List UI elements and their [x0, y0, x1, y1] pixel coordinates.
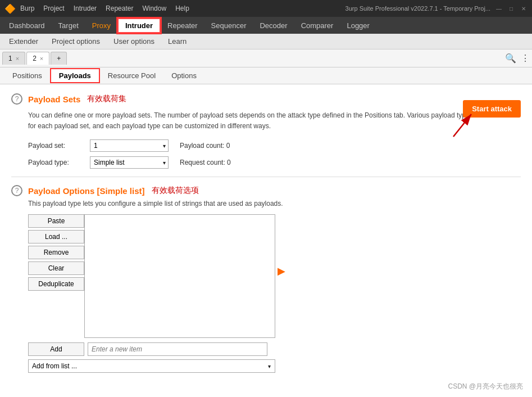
payload-sets-description: You can define one or more payload sets.… — [28, 110, 521, 132]
payload-type-select[interactable]: Simple list — [90, 156, 169, 169]
add-tab-button[interactable]: + — [51, 52, 67, 65]
tab-1-close[interactable]: × — [16, 55, 19, 62]
tab-1[interactable]: 1 × — [2, 52, 25, 65]
menu-project[interactable]: Project — [43, 4, 64, 12]
add-from-list-wrapper: Add from list ... — [28, 359, 275, 373]
payload-sets-subtitle: 有效载荷集 — [87, 94, 126, 104]
tab-1-label: 1 — [8, 55, 12, 62]
payload-set-label: Payload set: — [28, 142, 79, 150]
subnav-extender[interactable]: Extender — [2, 35, 45, 48]
payload-editor-area: Paste Load ... Remove Clear Deduplicate … — [28, 214, 521, 338]
menu-burp[interactable]: Burp — [20, 4, 34, 12]
menu-help[interactable]: Help — [175, 4, 189, 12]
menu-repeater[interactable]: Repeater — [106, 4, 133, 12]
close-button[interactable]: ✕ — [520, 4, 528, 12]
payload-options-title: Payload Options [Simple list] — [28, 186, 145, 196]
sub-nav: Extender Project options User options Le… — [0, 34, 532, 49]
burp-logo: 🔶 — [4, 3, 16, 14]
nav-comparer[interactable]: Comparer — [294, 19, 340, 32]
section-divider-1 — [11, 177, 521, 177]
load-button[interactable]: Load ... — [28, 230, 84, 243]
remove-button[interactable]: Remove — [28, 246, 84, 259]
payload-options-help-icon[interactable]: ? — [11, 185, 22, 196]
watermark: CSDN @月亮今天也很亮 — [448, 382, 523, 391]
search-icon[interactable]: 🔍 — [505, 53, 516, 64]
payload-sets-help-icon[interactable]: ? — [11, 93, 22, 105]
payload-set-select-wrapper: 1 — [90, 139, 169, 152]
deduplicate-button[interactable]: Deduplicate — [28, 277, 84, 291]
payload-type-label: Payload type: — [28, 159, 79, 166]
payload-list-textarea[interactable] — [84, 214, 275, 338]
paste-button[interactable]: Paste — [28, 214, 84, 228]
add-item-row: Add — [28, 342, 521, 356]
nav-dashboard[interactable]: Dashboard — [2, 19, 52, 32]
nav-target[interactable]: Target — [52, 19, 85, 32]
nav-sequencer[interactable]: Sequencer — [204, 19, 253, 32]
payload-count-label: Payload count: 0 — [180, 142, 230, 150]
payload-options-header: ? Payload Options [Simple list] 有效载荷选项 — [11, 185, 521, 196]
tab-payloads[interactable]: Payloads — [50, 68, 100, 83]
payload-sets-title: Payload Sets — [28, 94, 80, 104]
tab-2[interactable]: 2 × — [26, 52, 49, 65]
subnav-project-options[interactable]: Project options — [45, 35, 107, 48]
nav-intruder[interactable]: Intruder — [117, 18, 161, 33]
add-item-input[interactable] — [88, 342, 267, 356]
request-count-label: Request count: 0 — [180, 159, 231, 166]
nav-decoder[interactable]: Decoder — [253, 19, 294, 32]
nav-proxy[interactable]: Proxy — [85, 19, 117, 32]
main-nav: Dashboard Target Proxy Intruder Repeater… — [0, 17, 532, 34]
start-attack-container: Start attack — [463, 100, 521, 118]
add-item-button[interactable]: Add — [28, 342, 84, 356]
payload-sets-header: ? Payload Sets 有效载荷集 — [11, 93, 521, 105]
titlebar: 🔶 Burp Project Intruder Repeater Window … — [0, 0, 532, 17]
payload-options-subtitle: 有效载荷选项 — [152, 186, 199, 196]
tab-2-close[interactable]: × — [40, 55, 43, 62]
payload-type-row: Payload type: Simple list Request count:… — [28, 156, 521, 169]
window-controls: — □ ✕ — [495, 4, 528, 12]
menu-window[interactable]: Window — [142, 4, 166, 12]
nav-logger[interactable]: Logger — [340, 19, 376, 32]
inner-tabs: Positions Payloads Resource Pool Options — [0, 67, 532, 84]
payload-set-row: Payload set: 1 Payload count: 0 — [28, 139, 521, 152]
subnav-learn[interactable]: Learn — [161, 35, 193, 48]
add-from-list-select[interactable]: Add from list ... — [28, 359, 275, 373]
tab-bar: 1 × 2 × + 🔍 ⋮ — [0, 49, 532, 67]
tab-resource-pool[interactable]: Resource Pool — [100, 69, 163, 82]
add-from-list-row: Add from list ... — [28, 359, 521, 373]
start-attack-button[interactable]: Start attack — [463, 100, 521, 118]
menu-bar: Burp Project Intruder Repeater Window He… — [20, 4, 345, 12]
tab-positions[interactable]: Positions — [4, 69, 50, 82]
menu-intruder[interactable]: Intruder — [74, 4, 97, 12]
tab-2-label: 2 — [33, 55, 37, 62]
arrow-right-icon: ▶ — [278, 265, 285, 277]
window-title: 3urp Suite Professional v2022.7.1 - Temp… — [345, 5, 490, 12]
minimize-button[interactable]: — — [495, 4, 503, 12]
tab-options[interactable]: Options — [163, 69, 204, 82]
payload-options-description: This payload type lets you configure a s… — [28, 200, 521, 207]
clear-button[interactable]: Clear — [28, 261, 84, 275]
subnav-user-options[interactable]: User options — [107, 35, 161, 48]
more-options-icon[interactable]: ⋮ — [521, 53, 530, 64]
app-container: 🔶 Burp Project Intruder Repeater Window … — [0, 0, 532, 397]
nav-repeater[interactable]: Repeater — [161, 19, 204, 32]
content-area: ? Payload Sets 有效载荷集 You can define one … — [0, 84, 532, 397]
payload-type-select-wrapper: Simple list — [90, 156, 169, 169]
payload-action-buttons: Paste Load ... Remove Clear Deduplicate — [28, 214, 84, 291]
payload-set-select[interactable]: 1 — [90, 139, 169, 152]
maximize-button[interactable]: □ — [507, 4, 515, 12]
